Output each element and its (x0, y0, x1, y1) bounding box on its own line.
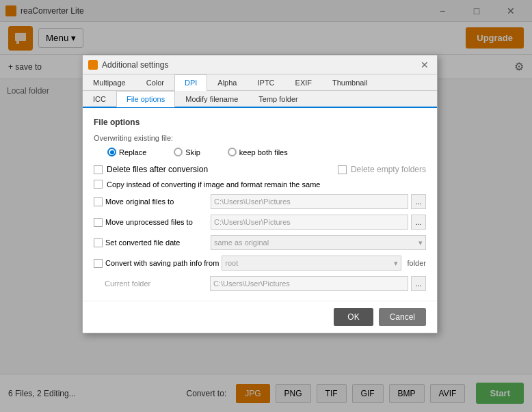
convert-path-row: Convert with saving path info from root … (94, 256, 426, 271)
tab-iptc[interactable]: IPTC (247, 74, 284, 90)
overwriting-label: Overwriting existing file: (94, 134, 426, 142)
tab-alpha[interactable]: Alpha (207, 74, 247, 90)
radio-circle-replace (107, 148, 116, 156)
folder-text: folder (407, 259, 426, 267)
convert-path-dropdown[interactable]: root ▾ (222, 256, 401, 271)
copy-checkbox[interactable] (94, 180, 103, 189)
cancel-button[interactable]: Cancel (379, 308, 426, 326)
move-original-row: Move original files to ... (94, 194, 426, 209)
move-unprocessed-checkbox[interactable] (94, 218, 103, 227)
move-unprocessed-browse[interactable]: ... (411, 215, 426, 230)
move-unprocessed-input[interactable] (211, 215, 408, 230)
file-date-dropdown[interactable]: same as original ▾ (211, 235, 426, 250)
radio-circle-skip (174, 148, 183, 156)
tab-dpi[interactable]: DPI (174, 74, 207, 91)
radio-skip[interactable]: Skip (174, 148, 200, 156)
tabs-row-2: ICC File options Modify filename Temp fo… (83, 91, 437, 108)
delete-files-row: Delete files after conversion Delete emp… (94, 165, 426, 174)
dialog-title-bar: Additional settings ✕ (83, 55, 437, 74)
delete-empty-folders-checkbox[interactable] (338, 165, 347, 174)
move-original-checkbox[interactable] (94, 197, 103, 206)
radio-replace[interactable]: Replace (107, 148, 146, 156)
move-original-label: Move original files to (105, 197, 208, 206)
tab-thumbnail[interactable]: Thumbnail (322, 74, 377, 90)
dialog-icon (88, 60, 98, 70)
dialog-content: File options Overwriting existing file: … (83, 108, 437, 301)
tab-modify-filename[interactable]: Modify filename (175, 91, 248, 107)
set-file-date-row: Set converted file date same as original… (94, 235, 426, 250)
ok-button[interactable]: OK (334, 308, 373, 326)
additional-settings-dialog: Additional settings ✕ Multipage Color DP… (82, 55, 438, 333)
convert-path-checkbox[interactable] (94, 259, 103, 268)
set-file-date-checkbox[interactable] (94, 238, 103, 247)
current-folder-label: Current folder (105, 279, 207, 288)
delete-files-checkbox[interactable] (94, 165, 103, 174)
current-folder-browse[interactable]: ... (411, 276, 426, 291)
radio-keep-both[interactable]: keep both files (228, 148, 288, 156)
convert-path-label: Convert with saving path info from (105, 259, 219, 267)
current-folder-input[interactable] (210, 276, 408, 291)
tab-temp-folder[interactable]: Temp folder (248, 91, 308, 107)
set-file-date-label: Set converted file date (105, 238, 208, 247)
tabs-row-1: Multipage Color DPI Alpha IPTC EXIF Thum… (83, 74, 437, 91)
dialog-footer: OK Cancel (83, 301, 437, 333)
move-original-browse[interactable]: ... (411, 194, 426, 209)
tab-file-options[interactable]: File options (116, 91, 175, 107)
dialog-close-button[interactable]: ✕ (418, 58, 431, 72)
radio-group: Replace Skip keep both files (107, 148, 426, 156)
move-original-input[interactable] (211, 194, 408, 209)
dialog-title: Additional settings (102, 60, 418, 70)
tab-icc[interactable]: ICC (83, 91, 116, 107)
copy-checkbox-row: Copy instead of converting if image and … (94, 180, 426, 189)
radio-circle-keep (228, 148, 237, 156)
move-unprocessed-label: Move unprocessed files to (105, 218, 208, 226)
tab-color[interactable]: Color (136, 74, 174, 90)
tab-multipage[interactable]: Multipage (83, 74, 136, 90)
current-folder-row: Current folder ... (94, 276, 426, 291)
move-unprocessed-row: Move unprocessed files to ... (94, 215, 426, 230)
tab-exif[interactable]: EXIF (285, 74, 322, 90)
delete-empty-folders-check[interactable]: Delete empty folders (338, 165, 426, 174)
delete-files-check[interactable]: Delete files after conversion (94, 165, 208, 174)
section-title: File options (94, 118, 426, 127)
